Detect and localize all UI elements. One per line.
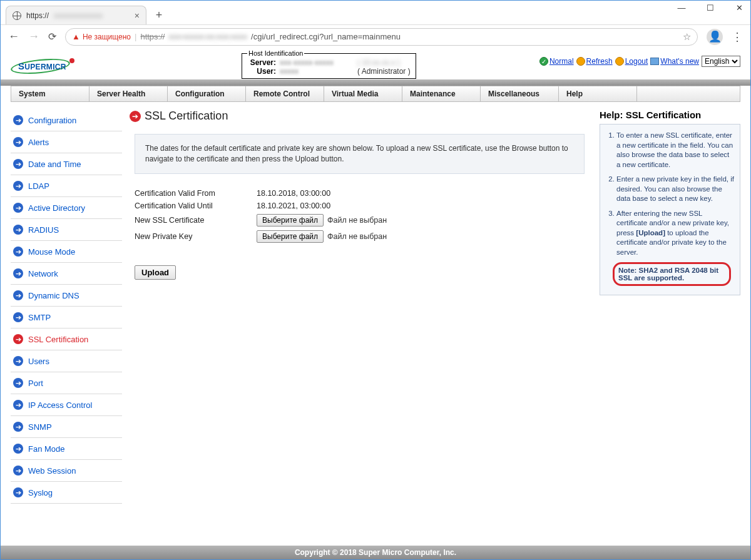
sidebar-item-label: Active Directory bbox=[28, 203, 85, 213]
menu-item-configuration[interactable]: Configuration bbox=[168, 86, 246, 101]
user-value-blurred: xxxxx bbox=[280, 67, 354, 76]
reload-icon[interactable]: ⟳ bbox=[48, 31, 56, 43]
valid-from-label: Certification Valid From bbox=[135, 189, 257, 198]
sidebar-item-label: Alerts bbox=[28, 138, 49, 147]
arrow-right-icon: ➔ bbox=[13, 334, 23, 344]
arrow-right-icon: ➔ bbox=[13, 444, 23, 454]
grey-divider bbox=[1, 79, 750, 86]
new-tab-button[interactable]: + bbox=[150, 6, 168, 24]
sidebar-item-radius[interactable]: ➔RADIUS bbox=[11, 219, 122, 241]
arrow-right-icon: ➔ bbox=[13, 378, 23, 388]
sidebar-item-date-and-time[interactable]: ➔Date and Time bbox=[11, 153, 122, 175]
sidebar-item-label: Web Session bbox=[28, 466, 76, 476]
sidebar-item-snmp[interactable]: ➔SNMP bbox=[11, 416, 122, 438]
sidebar-item-label: Date and Time bbox=[28, 160, 81, 169]
user-label: User: bbox=[247, 67, 276, 76]
sidebar-item-syslog[interactable]: ➔Syslog bbox=[11, 482, 122, 504]
help-list-item: After entering the new SSL certificate a… bbox=[616, 209, 735, 258]
monitor-icon bbox=[650, 58, 659, 65]
arrow-right-icon: ➔ bbox=[13, 203, 23, 213]
sidebar-item-port[interactable]: ➔Port bbox=[11, 372, 122, 394]
browser-title-bar: https:// xxxxxxxxxxxxx × + — ☐ ✕ bbox=[1, 1, 750, 24]
sidebar-item-ip-access-control[interactable]: ➔IP Access Control bbox=[11, 394, 122, 416]
menu-item-remote-control[interactable]: Remote Control bbox=[246, 86, 324, 101]
sidebar-item-configuration[interactable]: ➔Configuration bbox=[11, 109, 122, 131]
choose-file-key-button[interactable]: Выберите файл bbox=[257, 230, 324, 243]
sidebar-item-smtp[interactable]: ➔SMTP bbox=[11, 307, 122, 328]
refresh-link[interactable]: Refresh bbox=[586, 57, 613, 66]
profile-avatar-icon[interactable]: 👤 bbox=[707, 29, 723, 45]
arrow-right-icon: ➔ bbox=[13, 159, 23, 169]
sidebar-item-label: Users bbox=[28, 357, 49, 366]
window-close-icon[interactable]: ✕ bbox=[730, 3, 748, 13]
address-field[interactable]: ▲ Не защищено | https://xxx-xxxxx.xx.xxx… bbox=[65, 28, 698, 46]
sidebar-item-web-session[interactable]: ➔Web Session bbox=[11, 460, 122, 482]
arrow-right-icon: ➔ bbox=[13, 290, 23, 300]
menu-item-system[interactable]: System bbox=[11, 86, 89, 101]
arrow-right-icon: ➔ bbox=[13, 181, 23, 191]
arrow-right-icon: ➔ bbox=[13, 137, 23, 147]
upload-button[interactable]: Upload bbox=[135, 265, 176, 280]
user-role: ( Administrator ) bbox=[357, 67, 411, 76]
insecure-label: Не защищено bbox=[83, 33, 131, 41]
sidebar-item-active-directory[interactable]: ➔Active Directory bbox=[11, 197, 122, 219]
menu-item-server-health[interactable]: Server Health bbox=[89, 86, 168, 101]
host-id-legend: Host Identification bbox=[247, 49, 304, 57]
sidebar-item-alerts[interactable]: ➔Alerts bbox=[11, 131, 122, 153]
menu-item-miscellaneous[interactable]: Miscellaneous bbox=[481, 86, 559, 101]
address-bar: ← → ⟳ ▲ Не защищено | https://xxx-xxxxx.… bbox=[1, 24, 750, 48]
arrow-right-icon: ➔ bbox=[13, 312, 23, 322]
tab-title-blurred: xxxxxxxxxxxxx bbox=[54, 11, 110, 20]
nav-back-icon[interactable]: ← bbox=[8, 30, 19, 43]
url-strike: https:// bbox=[140, 32, 165, 41]
arrow-right-icon: ➔ bbox=[13, 115, 23, 125]
sidebar-item-ssl-certification[interactable]: ➔SSL Certification bbox=[11, 328, 122, 350]
sidebar-item-label: IP Access Control bbox=[28, 400, 92, 410]
sidebar-item-label: RADIUS bbox=[28, 225, 59, 235]
window-maximize-icon[interactable]: ☐ bbox=[702, 3, 719, 13]
sidebar-item-users[interactable]: ➔Users bbox=[11, 350, 122, 372]
sidebar-item-fan-mode[interactable]: ➔Fan Mode bbox=[11, 438, 122, 460]
top-links: ✓ Normal Refresh Logout What's new Engli… bbox=[539, 56, 740, 67]
arrow-right-icon: ➔ bbox=[130, 111, 141, 122]
help-list-item: To enter a new SSL certificate, enter a … bbox=[616, 131, 735, 170]
bookmark-star-icon[interactable]: ☆ bbox=[683, 31, 691, 43]
window-minimize-icon[interactable]: — bbox=[673, 3, 690, 13]
sidebar-item-mouse-mode[interactable]: ➔Mouse Mode bbox=[11, 241, 122, 263]
sidebar-item-dynamic-dns[interactable]: ➔Dynamic DNS bbox=[11, 285, 122, 307]
url-path: /cgi/url_redirect.cgi?url_name=mainmenu bbox=[251, 32, 401, 41]
page-title-text: SSL Certification bbox=[145, 109, 228, 123]
arrow-right-icon: ➔ bbox=[13, 225, 23, 235]
logout-link[interactable]: Logout bbox=[625, 57, 648, 66]
arrow-right-icon: ➔ bbox=[13, 466, 23, 476]
sidebar-item-label: Network bbox=[28, 269, 58, 278]
main-menu: SystemServer HealthConfigurationRemote C… bbox=[11, 86, 740, 102]
sidebar-item-ldap[interactable]: ➔LDAP bbox=[11, 175, 122, 197]
arrow-right-icon: ➔ bbox=[13, 400, 23, 410]
menu-item-help[interactable]: Help bbox=[559, 86, 637, 101]
browser-tab[interactable]: https:// xxxxxxxxxxxxx × bbox=[6, 6, 146, 24]
language-select[interactable]: English bbox=[702, 56, 740, 67]
no-file-key-text: Файл не выбран bbox=[327, 232, 387, 241]
help-panel: Help: SSL Certification To enter a new S… bbox=[600, 109, 740, 504]
choose-file-cert-button[interactable]: Выберите файл bbox=[257, 214, 324, 227]
arrow-right-icon: ➔ bbox=[13, 268, 23, 278]
sidebar-item-label: LDAP bbox=[28, 181, 49, 191]
menu-item-maintenance[interactable]: Maintenance bbox=[402, 86, 481, 101]
sidebar-item-label: SNMP bbox=[28, 422, 52, 432]
sidebar-item-label: Mouse Mode bbox=[28, 247, 75, 257]
arrow-right-icon: ➔ bbox=[13, 247, 23, 257]
valid-until-label: Certification Valid Until bbox=[135, 201, 257, 210]
menu-item-virtual-media[interactable]: Virtual Media bbox=[324, 86, 402, 101]
sidebar-item-network[interactable]: ➔Network bbox=[11, 263, 122, 285]
footer: Copyright © 2018 Super Micro Computer, I… bbox=[1, 546, 750, 559]
refresh-icon bbox=[576, 57, 585, 66]
nav-forward-icon[interactable]: → bbox=[28, 30, 39, 43]
normal-link[interactable]: Normal bbox=[549, 57, 574, 66]
tab-close-icon[interactable]: × bbox=[135, 11, 140, 21]
whats-new-link[interactable]: What's new bbox=[660, 57, 699, 66]
url-host-blurred: xxx-xxxxx.xx.xxx.xxxx bbox=[168, 32, 247, 41]
host-identification-box: Host Identification Server: xxx-xxxxx-xx… bbox=[242, 49, 416, 79]
new-key-label: New Private Key bbox=[135, 232, 257, 241]
browser-menu-icon[interactable]: ⋮ bbox=[732, 30, 743, 44]
